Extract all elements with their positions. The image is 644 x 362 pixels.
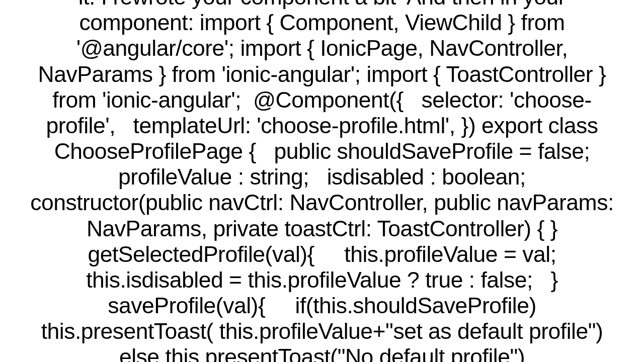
document-body-text: it. I rewrote your component a bit And t… <box>18 0 626 362</box>
